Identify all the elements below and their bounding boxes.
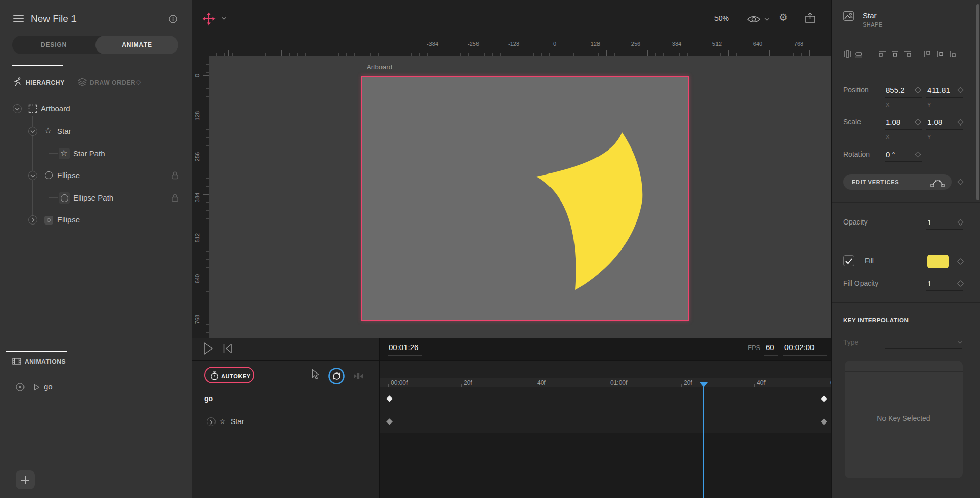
- bezier-icon: [930, 177, 945, 188]
- timeline-row-label[interactable]: go: [204, 394, 213, 403]
- tool-dropdown-chevron-icon[interactable]: [222, 17, 226, 20]
- tab-animate[interactable]: ANIMATE: [95, 41, 178, 48]
- chevron-right-icon[interactable]: [28, 215, 37, 225]
- chevron-right-icon[interactable]: [207, 417, 216, 426]
- tree-row-ellipse-path[interactable]: Ellipse Path: [0, 189, 192, 207]
- vertices-key-diamond-icon[interactable]: [957, 179, 964, 185]
- tree-row-ellipse[interactable]: Ellipse: [0, 166, 192, 185]
- hierarchy-tab-underline: [12, 65, 63, 66]
- tree-row-star-path[interactable]: ☆ Star Path: [0, 144, 192, 163]
- play-outline-icon[interactable]: [34, 384, 40, 391]
- artboard-label[interactable]: Artboard: [367, 63, 392, 71]
- artboard[interactable]: [361, 76, 689, 321]
- share-export-icon[interactable]: [805, 12, 816, 23]
- visibility-eye-icon[interactable]: [747, 15, 761, 24]
- play-button[interactable]: [203, 342, 213, 355]
- track-row-star[interactable]: [380, 410, 831, 433]
- fill-key-diamond-icon[interactable]: [957, 258, 964, 265]
- autokey-toggle[interactable]: AUTOKEY: [204, 367, 254, 383]
- track-row-go[interactable]: [380, 387, 831, 410]
- tree-row-star[interactable]: ☆ Star: [0, 122, 192, 140]
- animation-item-go[interactable]: go: [0, 380, 192, 396]
- current-time-field[interactable]: 00:01:26: [389, 343, 418, 352]
- align-vertical-center-icon[interactable]: [854, 49, 863, 58]
- edit-vertices-button[interactable]: EDIT VERTICES: [843, 174, 952, 190]
- add-animation-button[interactable]: [16, 470, 35, 489]
- position-x-field[interactable]: 855.2: [886, 86, 905, 94]
- scale-y-key-diamond-icon[interactable]: [957, 119, 964, 126]
- tree-item-label: Ellipse: [57, 171, 80, 180]
- lock-icon[interactable]: [171, 193, 179, 202]
- radio-icon[interactable]: [16, 383, 25, 391]
- left-panel: New File 1 DESIGN ANIMATE HIERARCHY DRAW…: [0, 0, 192, 498]
- scale-y-field[interactable]: 1.08: [927, 118, 942, 127]
- keyframe-diamond[interactable]: [821, 418, 827, 425]
- pingpong-mode-icon[interactable]: [354, 372, 363, 380]
- chevron-down-icon[interactable]: [28, 127, 37, 136]
- chevron-down-icon[interactable]: [13, 104, 22, 113]
- loop-mode-icon[interactable]: [328, 368, 345, 384]
- position-x-key-diamond-icon[interactable]: [915, 87, 921, 93]
- keyframe-diamond[interactable]: [386, 395, 393, 402]
- tab-draw-order[interactable]: DRAW ORDER: [90, 79, 135, 86]
- align-left-middle-icon[interactable]: [936, 49, 945, 58]
- lock-icon[interactable]: [171, 171, 179, 180]
- tab-design[interactable]: DESIGN: [12, 41, 95, 48]
- fill-opacity-key-diamond-icon[interactable]: [957, 280, 964, 287]
- ruler-v-ticks: [203, 56, 209, 338]
- ruler-h-label: 640: [753, 41, 762, 47]
- rotation-field[interactable]: 0 °: [886, 150, 895, 159]
- keyframe-diamond[interactable]: [386, 418, 393, 425]
- ruler-v-label: 512: [194, 233, 200, 242]
- align-top-right-icon[interactable]: [903, 49, 912, 58]
- eye-dropdown-chevron-icon[interactable]: [764, 18, 769, 21]
- mode-tabs: DESIGN ANIMATE: [12, 36, 178, 54]
- file-title: New File 1: [31, 13, 77, 24]
- fps-field[interactable]: 60: [766, 343, 774, 352]
- settings-gear-icon[interactable]: ⚙: [779, 12, 788, 22]
- info-icon[interactable]: [169, 15, 177, 23]
- type-dropdown-chevron-icon[interactable]: [958, 341, 962, 344]
- ruler-h-label: 384: [672, 41, 681, 47]
- align-horizontal-center-icon[interactable]: [843, 49, 852, 58]
- timeline-header: 00:01:26 FPS 60 00:02:00: [380, 338, 831, 361]
- tree-row-artboard[interactable]: Artboard: [0, 99, 192, 118]
- fill-opacity-label: Fill Opacity: [843, 279, 878, 287]
- opacity-field[interactable]: 1: [927, 218, 931, 227]
- tree-row-ellipse-2[interactable]: Ellipse: [0, 211, 192, 229]
- align-left-top-icon[interactable]: [923, 49, 932, 58]
- fill-color-swatch[interactable]: [927, 255, 949, 268]
- inspector-scrollbar[interactable]: [976, 4, 979, 200]
- timeline-row-star-label[interactable]: ☆ Star: [192, 410, 379, 433]
- rotation-key-diamond-icon[interactable]: [915, 151, 921, 158]
- zoom-level[interactable]: 50%: [714, 14, 729, 22]
- star-shape[interactable]: [362, 77, 688, 320]
- timeline-ruler[interactable]: 00:00f 20f 40f 01:00f 20f 40f 02:00f: [380, 378, 831, 387]
- chevron-down-icon[interactable]: [28, 171, 37, 180]
- star-icon: ☆: [44, 127, 52, 135]
- position-y-field[interactable]: 411.81: [927, 86, 950, 94]
- position-y-key-diamond-icon[interactable]: [957, 87, 964, 93]
- cursor-tool-icon[interactable]: [312, 369, 320, 381]
- ellipse-icon: [45, 171, 53, 179]
- move-tool-icon[interactable]: [202, 12, 216, 26]
- align-top-center-icon[interactable]: [891, 49, 899, 58]
- fill-opacity-field[interactable]: 1: [927, 279, 931, 288]
- hamburger-menu-icon[interactable]: [13, 15, 24, 22]
- scale-x-field[interactable]: 1.08: [886, 118, 900, 127]
- star-icon: ☆: [219, 418, 226, 425]
- duration-field[interactable]: 00:02:00: [784, 343, 814, 352]
- opacity-key-diamond-icon[interactable]: [957, 219, 964, 226]
- playhead-line[interactable]: [703, 387, 704, 498]
- timeline-transport: [192, 338, 379, 361]
- align-top-left-icon[interactable]: [878, 49, 887, 58]
- align-left-bottom-icon[interactable]: [949, 49, 958, 58]
- keyframe-diamond[interactable]: [821, 395, 827, 402]
- skip-to-start-button[interactable]: [223, 343, 232, 354]
- scale-x-key-diamond-icon[interactable]: [915, 119, 921, 126]
- tree-item-label: Artboard: [41, 104, 70, 113]
- draw-order-icon: [78, 78, 87, 86]
- tab-hierarchy[interactable]: HIERARCHY: [26, 79, 65, 86]
- fill-checkbox[interactable]: [843, 255, 854, 266]
- draw-order-key-diamond-icon[interactable]: ◇: [136, 78, 141, 86]
